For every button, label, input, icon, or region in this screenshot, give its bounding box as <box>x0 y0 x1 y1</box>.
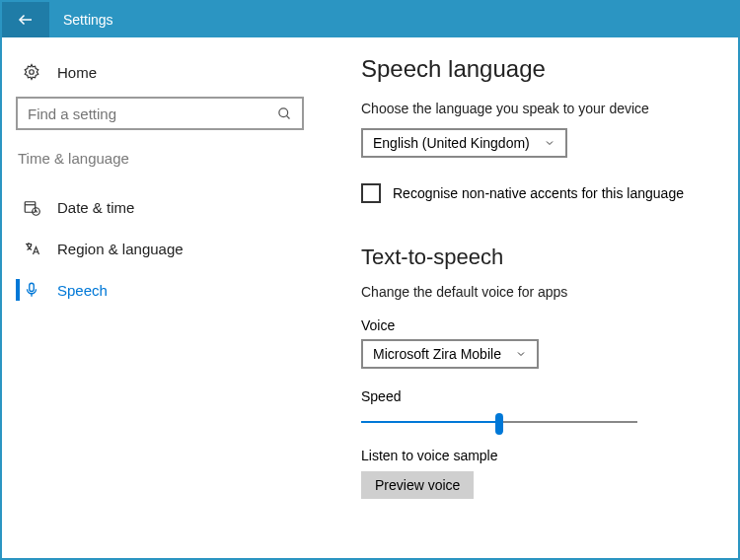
sidebar-category: Time & language <box>14 144 306 186</box>
slider-thumb[interactable] <box>495 413 503 435</box>
microphone-icon <box>22 281 41 299</box>
svg-line-8 <box>37 212 38 213</box>
sample-label: Listen to voice sample <box>361 448 714 463</box>
speed-slider[interactable] <box>361 410 637 434</box>
calendar-clock-icon <box>22 198 41 216</box>
accent-checkbox-label: Recognise non-native accents for this la… <box>393 185 684 201</box>
svg-point-1 <box>30 70 35 75</box>
voice-label: Voice <box>361 317 714 333</box>
language-icon <box>22 240 41 257</box>
sidebar-item-label: Speech <box>57 282 108 299</box>
sidebar-item-label: Date & time <box>57 199 134 216</box>
arrow-left-icon <box>17 11 35 29</box>
voice-selected-value: Microsoft Zira Mobile <box>373 346 501 362</box>
search-field[interactable] <box>28 105 277 122</box>
active-indicator <box>16 279 20 301</box>
tts-desc: Change the default voice for apps <box>361 284 714 300</box>
voice-select[interactable]: Microsoft Zira Mobile <box>361 339 539 369</box>
chevron-down-icon <box>544 137 555 149</box>
preview-voice-button[interactable]: Preview voice <box>361 471 474 499</box>
window-title: Settings <box>63 12 113 28</box>
speech-language-desc: Choose the language you speak to your de… <box>361 101 714 116</box>
svg-line-3 <box>286 115 289 118</box>
section-title-tts: Text-to-speech <box>361 245 714 270</box>
svg-rect-9 <box>30 283 35 291</box>
back-button[interactable] <box>2 2 49 37</box>
sidebar-item-region-language[interactable]: Region & language <box>14 228 306 269</box>
sidebar-item-date-time[interactable]: Date & time <box>14 186 306 228</box>
accent-checkbox-row[interactable]: Recognise non-native accents for this la… <box>361 183 714 203</box>
search-input[interactable] <box>16 97 304 130</box>
checkbox-icon[interactable] <box>361 183 381 203</box>
svg-rect-4 <box>25 202 36 213</box>
sidebar: Home Time & language Date & time Region … <box>2 37 318 558</box>
language-selected-value: English (United Kingdom) <box>373 135 530 151</box>
svg-point-2 <box>279 107 288 116</box>
sidebar-item-speech[interactable]: Speech <box>14 269 306 311</box>
language-select[interactable]: English (United Kingdom) <box>361 128 567 158</box>
section-title-speech-language: Speech language <box>361 55 714 83</box>
gear-icon <box>22 63 41 81</box>
preview-voice-label: Preview voice <box>375 477 460 493</box>
search-icon <box>277 106 292 121</box>
home-button[interactable]: Home <box>14 55 306 97</box>
slider-fill <box>361 421 499 423</box>
sidebar-item-label: Region & language <box>57 241 184 257</box>
main-panel: Speech language Choose the language you … <box>318 37 738 558</box>
speed-label: Speed <box>361 388 714 404</box>
home-label: Home <box>57 64 97 81</box>
window-header: Settings <box>2 2 738 37</box>
chevron-down-icon <box>515 348 527 360</box>
